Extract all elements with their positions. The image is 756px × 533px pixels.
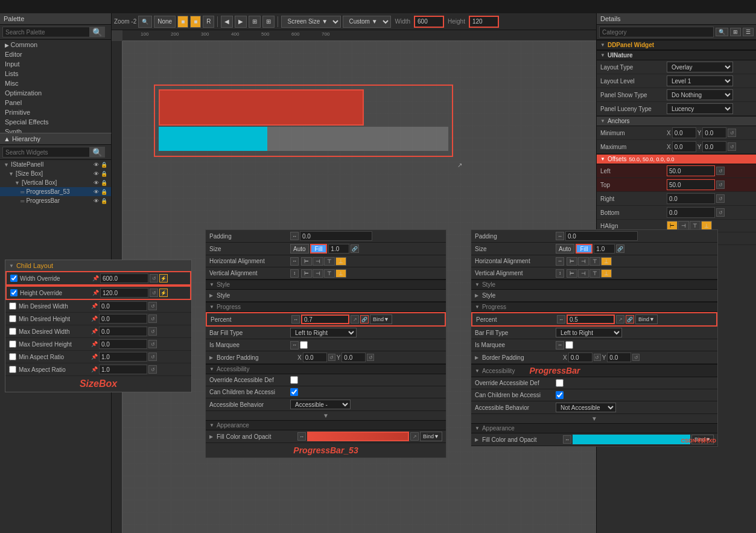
max-aspect-ratio-input[interactable] xyxy=(99,365,147,374)
pp-right-valign-btn4[interactable]: ⊥ xyxy=(601,269,612,278)
toolbar-icon2[interactable]: ▶ xyxy=(235,16,247,28)
toolbar-icon3[interactable]: ⊞ xyxy=(249,16,261,28)
toolbar-btn2[interactable]: ■ xyxy=(190,16,201,28)
pp-left-accessible-behavior-dropdown[interactable]: Accessible - xyxy=(290,400,351,409)
pp-right-percent-input[interactable] xyxy=(567,314,615,324)
details-search-button[interactable]: 🔍 xyxy=(716,28,728,36)
palette-item-input[interactable]: Input xyxy=(0,59,111,69)
pp-right-percent-bind-button[interactable]: Bind▼ xyxy=(635,314,658,324)
right-input[interactable] xyxy=(667,193,715,204)
min-reset-button[interactable]: ↺ xyxy=(728,129,736,137)
min-x-input[interactable] xyxy=(672,127,696,138)
toolbar-btn1[interactable]: ■ xyxy=(177,16,188,28)
zoom-icon[interactable]: 🔍 xyxy=(138,16,152,28)
pp-left-override-accessible-checkbox[interactable] xyxy=(290,376,298,384)
palette-search-button[interactable]: 🔍 xyxy=(90,27,105,37)
pp-left-size-fill-button[interactable]: Fill xyxy=(310,244,328,254)
palette-item-optimization[interactable]: Optimization xyxy=(0,88,111,98)
right-reset-button[interactable]: ↺ xyxy=(716,194,725,203)
max-aspect-reset-button[interactable]: ↺ xyxy=(148,365,157,374)
pp-right-fill-icon[interactable]: ↔ xyxy=(563,435,571,444)
max-aspect-checkbox[interactable] xyxy=(9,366,16,373)
screen-size-dropdown[interactable]: Screen Size ▼ xyxy=(281,16,341,28)
pp-right-marquee-checkbox[interactable] xyxy=(565,341,573,349)
max-x-input[interactable] xyxy=(672,141,696,152)
pp-right-halign-btn4[interactable]: ⊥ xyxy=(601,257,612,266)
min-aspect-checkbox[interactable] xyxy=(9,353,16,360)
pp-right-halign-btn2[interactable]: ⊣ xyxy=(578,257,589,266)
pp-left-valign-btn4[interactable]: ⊥ xyxy=(335,269,346,278)
pp-left-percent-icon[interactable]: ↔ xyxy=(291,315,300,324)
min-desired-height-input[interactable] xyxy=(99,314,147,324)
pp-right-override-accessible-checkbox[interactable] xyxy=(556,379,564,387)
min-y-input[interactable] xyxy=(702,127,726,138)
pp-left-halign-btn2[interactable]: ⊣ xyxy=(313,257,323,266)
max-width-reset-button[interactable]: ↺ xyxy=(148,327,157,336)
toolbar-icon4[interactable]: ⊞ xyxy=(262,16,275,28)
bottom-reset-button[interactable]: ↺ xyxy=(716,208,725,217)
pp-right-valign-btn1[interactable]: ⊢ xyxy=(567,269,577,278)
pp-left-size-input[interactable] xyxy=(328,244,349,254)
toolbar-icon1[interactable]: ◀ xyxy=(221,16,233,28)
toolbar-btn3[interactable]: R xyxy=(203,16,214,28)
pp-left-can-children-checkbox[interactable] xyxy=(290,388,298,396)
pp-right-border-y-reset[interactable]: ↺ xyxy=(632,354,640,361)
min-height-checkbox[interactable] xyxy=(9,315,16,322)
top-reset-button[interactable]: ↺ xyxy=(716,180,725,189)
pp-right-border-x-input[interactable] xyxy=(568,353,592,362)
palette-item-special-effects[interactable]: Special Effects xyxy=(0,117,111,127)
pp-left-padding-icon[interactable]: ↔ xyxy=(290,232,299,240)
height-input[interactable] xyxy=(469,16,499,28)
hierarchy-item-progressbar53[interactable]: ═ ProgressBar_53 👁 🔒 xyxy=(0,187,111,196)
pp-left-percent-expand-button[interactable]: ↗ xyxy=(351,315,359,324)
bottom-input[interactable] xyxy=(667,207,715,218)
pp-left-percent-bind-button[interactable]: Bind▼ xyxy=(370,314,392,324)
pp-right-can-children-checkbox[interactable] xyxy=(556,391,564,399)
palette-item-panel[interactable]: Panel xyxy=(0,98,111,107)
min-width-checkbox[interactable] xyxy=(9,302,16,310)
details-grid-button[interactable]: ⊞ xyxy=(730,28,741,36)
hierarchy-item-verticalbox[interactable]: ▼ [Vertical Box] 👁 🔒 xyxy=(0,178,111,187)
pp-left-percent-link-button[interactable]: 🔗 xyxy=(360,315,369,324)
pp-right-size-input[interactable] xyxy=(594,244,615,254)
pp-right-valign-btn3[interactable]: ⊤ xyxy=(589,269,600,278)
pp-left-border-y-input[interactable] xyxy=(341,353,366,362)
hierarchy-search-button[interactable]: 🔍 xyxy=(90,147,105,158)
pp-left-marquee-checkbox[interactable] xyxy=(300,341,308,349)
max-desired-width-input[interactable] xyxy=(99,327,147,336)
pp-left-size-auto-button[interactable]: Auto xyxy=(290,244,309,254)
height-override-checkbox[interactable] xyxy=(10,289,17,296)
pp-left-fill-icon[interactable]: ↔ xyxy=(297,432,306,441)
pp-right-valign-icon[interactable]: ↕ xyxy=(556,269,564,278)
pp-right-halign-btn3[interactable]: ⊤ xyxy=(589,257,600,266)
pp-left-halign-btn4[interactable]: ⊥ xyxy=(335,257,346,266)
min-aspect-reset-button[interactable]: ↺ xyxy=(148,353,157,361)
pp-left-size-link-icon[interactable]: 🔗 xyxy=(351,244,359,253)
pp-right-percent-expand-button[interactable]: ↗ xyxy=(616,315,624,324)
width-override-input[interactable] xyxy=(100,273,148,283)
min-height-reset-button[interactable]: ↺ xyxy=(148,314,157,323)
pp-right-halign-btn1[interactable]: ⊢ xyxy=(567,257,577,266)
hierarchy-item-istatepaneli[interactable]: ▼ IStatePanelI 👁 🔒 xyxy=(0,160,111,169)
palette-item-common[interactable]: Common xyxy=(0,40,111,49)
pp-right-size-auto-button[interactable]: Auto xyxy=(556,244,574,254)
pp-right-percent-link-button[interactable]: 🔗 xyxy=(626,315,634,324)
min-desired-width-input[interactable] xyxy=(99,301,147,311)
pp-right-padding-input[interactable] xyxy=(565,231,638,241)
width-bind-button[interactable]: ⚡ xyxy=(159,274,168,282)
min-width-reset-button[interactable]: ↺ xyxy=(148,302,157,310)
layout-level-dropdown[interactable]: Level 1 xyxy=(667,75,733,86)
height-override-input[interactable] xyxy=(100,288,148,298)
hierarchy-item-sizebox[interactable]: ▼ [Size Box] 👁 🔒 xyxy=(0,169,111,178)
pp-right-size-fill-button[interactable]: Fill xyxy=(576,244,593,254)
layout-type-dropdown[interactable]: Overlay xyxy=(667,62,733,72)
palette-search-input[interactable] xyxy=(2,27,90,37)
pp-left-halign-btn1[interactable]: ⊢ xyxy=(301,257,312,266)
pp-left-percent-input[interactable] xyxy=(301,314,349,324)
pp-right-border-y-input[interactable] xyxy=(607,353,631,362)
pp-left-barfill-dropdown[interactable]: Left to Right xyxy=(290,328,357,337)
width-input[interactable] xyxy=(414,16,444,28)
custom-dropdown[interactable]: Custom ▼ xyxy=(343,16,391,28)
max-width-checkbox[interactable] xyxy=(9,328,16,335)
pp-right-accessible-behavior-dropdown[interactable]: Not Accessible xyxy=(556,403,616,412)
